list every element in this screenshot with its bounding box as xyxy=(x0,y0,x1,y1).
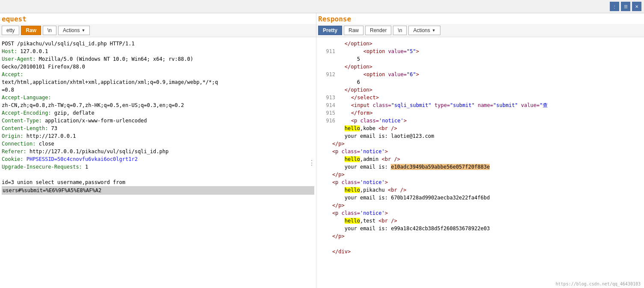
watermark: https://blog.csdn.net/qq_46430103 xyxy=(555,282,641,286)
columns-icon[interactable]: ⋮ xyxy=(610,2,619,11)
drag-handle[interactable]: ⋮ xyxy=(308,159,315,167)
request-pretty-button[interactable]: etty xyxy=(2,26,19,35)
line-916: 916 xyxy=(320,117,335,125)
admin-hash-highlight: e10adc3949ba59abbe56e057f20f883e xyxy=(391,164,490,170)
line-914: 914 xyxy=(320,101,335,109)
request-actions-button[interactable]: Actions ▼ xyxy=(58,26,90,35)
request-raw-button[interactable]: Raw xyxy=(21,26,41,35)
response-actions-label: Actions xyxy=(413,27,430,33)
hello-admin-highlight: hello xyxy=(345,156,360,162)
response-panel: Response Pretty Raw Render \n Actions ▼ … xyxy=(316,13,644,288)
response-n-button[interactable]: \n xyxy=(393,26,407,35)
line-912: 912 xyxy=(320,71,335,78)
request-actions-chevron-icon: ▼ xyxy=(81,28,85,33)
line-911: 911 xyxy=(320,48,335,55)
response-toolbar: Pretty Raw Render \n Actions ▼ xyxy=(316,24,644,37)
request-panel: equest etty Raw \n Actions ▼ POST /pikac… xyxy=(0,13,316,288)
main-container: equest etty Raw \n Actions ▼ POST /pikac… xyxy=(0,13,644,288)
request-toolbar: etty Raw \n Actions ▼ xyxy=(0,24,316,37)
window-controls: ⋮ ☰ ✕ xyxy=(610,2,641,11)
response-render-button[interactable]: Render xyxy=(365,26,391,35)
line-915: 915 xyxy=(320,109,335,117)
line-913: 913 xyxy=(320,94,335,101)
response-actions-chevron-icon: ▼ xyxy=(432,28,436,33)
request-actions-label: Actions xyxy=(63,27,80,33)
list-icon[interactable]: ☰ xyxy=(621,2,630,11)
hello-kobe-highlight: hello xyxy=(345,125,360,131)
hello-pikachu-highlight: hello xyxy=(345,187,360,193)
close-icon[interactable]: ✕ xyxy=(632,2,641,11)
request-content: POST /pikachu/vul/sqli/sqli_id.php HTTP/… xyxy=(0,37,316,288)
response-body: </option> 911 <option value="5"> 5 </opt… xyxy=(316,37,644,288)
response-title: Response xyxy=(316,13,644,24)
top-bar: ⋮ ☰ ✕ xyxy=(0,0,644,13)
request-body: POST /pikachu/vul/sqli/sqli_id.php HTTP/… xyxy=(2,40,314,195)
response-actions-button[interactable]: Actions ▼ xyxy=(408,26,440,35)
response-pretty-button[interactable]: Pretty xyxy=(318,26,342,35)
request-n-button[interactable]: \n xyxy=(43,26,56,35)
response-content-area: </option> 911 <option value="5"> 5 </opt… xyxy=(316,37,644,288)
hello-test-highlight: hello xyxy=(345,218,360,224)
response-raw-button[interactable]: Raw xyxy=(344,26,363,35)
request-title: equest xyxy=(0,13,316,24)
